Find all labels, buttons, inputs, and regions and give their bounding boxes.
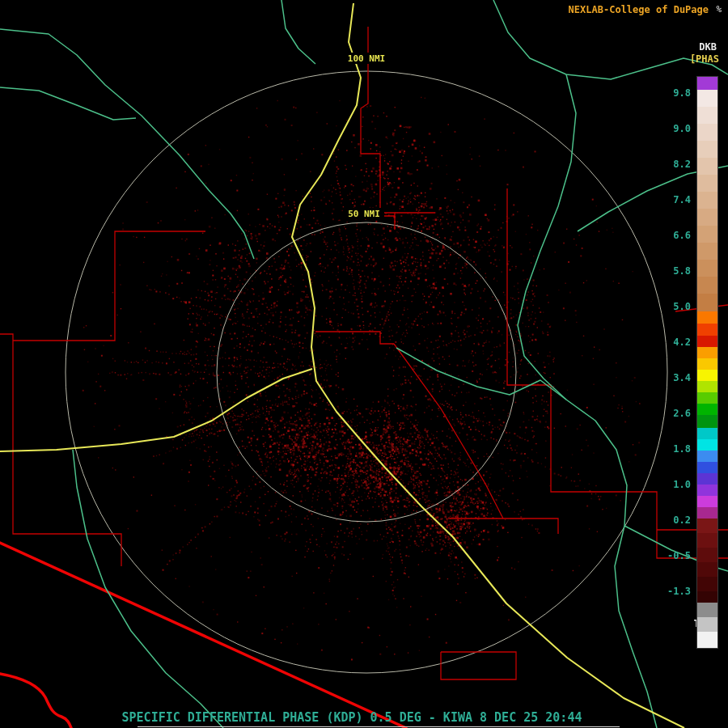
colorbar-segment [697,473,717,485]
road-yellow [292,3,684,728]
colorbar-segment [697,226,717,243]
colorbar-segment [697,404,717,415]
colorbar-segment [697,90,717,107]
range-ring [217,222,516,522]
colorbar-segment [697,243,717,260]
colorbar-segment [697,311,717,324]
colorbar-segment [697,358,717,370]
colorbar-segment [697,632,717,648]
colorbar [697,77,717,648]
colorbar-segment [697,141,717,158]
radar-map-overlay: 100 NMI50 NMI [0,0,728,728]
road-green [518,74,657,728]
colorbar-tick-label: 7.4 [657,194,691,205]
colorbar-segment [697,518,717,533]
road-green [0,29,254,259]
ring-label: 50 NMI [348,209,380,219]
colorbar-segment [697,370,717,381]
colorbar-unit-top: DKB [699,41,717,53]
colorbar-segment [697,77,717,90]
colorbar-tick-label: 6.6 [657,230,691,241]
brand-text: NEXLAB-College of DuPage [569,4,709,15]
road-green [73,450,223,728]
colorbar-segment [697,533,717,548]
colorbar-tick-label: 8.2 [657,159,691,170]
road-yellow [0,369,312,451]
colorbar-tick-label: 0.2 [657,514,691,526]
road-green [0,87,136,120]
colorbar-segment [697,277,717,294]
colorbar-segment [697,260,717,277]
colorbar-segment [697,451,717,462]
county-line [441,652,516,679]
colorbar-segment [697,294,717,311]
colorbar-tick-label: 9.8 [657,87,691,99]
colorbar-segment [697,175,717,192]
colorbar-segment [697,577,717,591]
colorbar-segment [697,192,717,209]
status-bar: SPECIFIC DIFFERENTIAL PHASE (KDP) 0.5 DE… [0,710,704,725]
colorbar-segment [697,381,717,392]
colorbar-segment [697,347,717,358]
county-line [13,231,205,341]
colorbar-segment [697,439,717,451]
colorbar-tick-label: 9.0 [657,123,691,134]
colorbar-segment [697,548,717,562]
colorbar-segment [697,324,717,336]
county-line [394,344,503,518]
colorbar-segment [697,124,717,141]
colorbar-tick-label: 1.0 [657,479,691,490]
colorbar-segment [697,485,717,496]
cursor-glyph: % [716,4,722,15]
range-ring [66,71,667,673]
colorbar-segment [697,336,717,347]
colorbar-segment [697,507,717,518]
colorbar-tick-label: 2.6 [657,408,691,419]
colorbar-segment [697,415,717,428]
county-line [450,518,558,534]
colorbar-segment [697,462,717,473]
colorbar-segment [697,617,717,632]
colorbar-segment [697,603,717,617]
status-underline [138,726,620,727]
colorbar-unit-label: [PHAS [690,53,719,65]
colorbar-tick-label: 4.2 [657,336,691,348]
colorbar-segment [697,209,717,226]
colorbar-segment [697,158,717,175]
colorbar-tick-label: 1.8 [657,443,691,455]
colorbar-segment [697,428,717,439]
colorbar-segment [697,392,717,404]
ring-label: 100 NMI [348,53,385,64]
radar-display: 100 NMI50 NMI NEXLAB-College of DuPage %… [0,0,728,728]
road-green [396,348,566,400]
border-line [0,543,406,728]
colorbar-segment [697,562,717,577]
colorbar-segment [697,107,717,124]
colorbar-tick-label: -1.3 [657,586,691,597]
colorbar-tick-label: 5.0 [657,301,691,312]
colorbar-tick-label: 3.4 [657,372,691,383]
colorbar-tick-label: -0.5 [657,550,691,561]
road-green [281,0,315,64]
county-line [507,188,728,558]
colorbar-tick-label: 5.8 [657,265,691,277]
county-line [315,332,394,344]
colorbar-segment [697,591,717,603]
colorbar-segment [697,496,717,507]
